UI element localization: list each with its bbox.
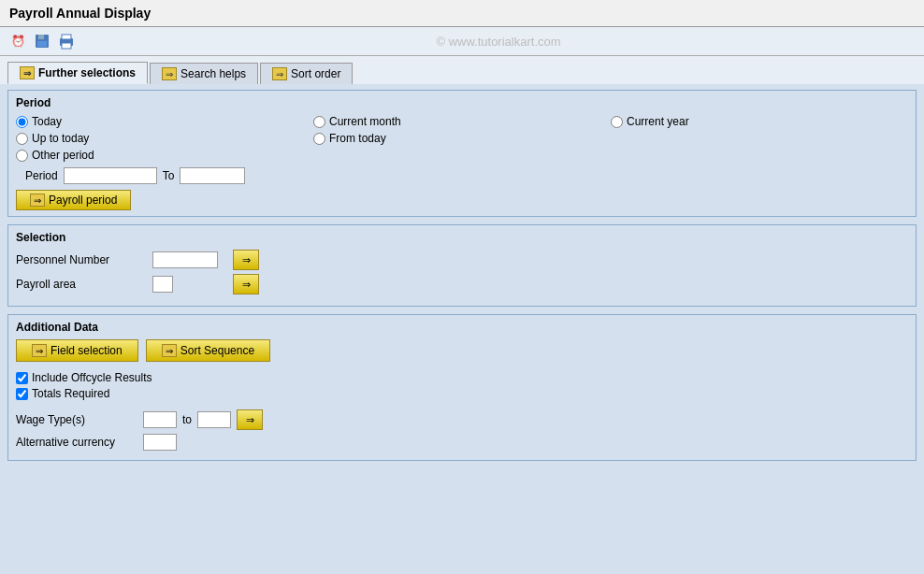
clock-icon[interactable]: ⏰	[7, 31, 28, 51]
radio-today-input[interactable]	[16, 116, 28, 128]
tab-arrow-icon3: ⇒	[272, 67, 287, 80]
selection-section: Selection Personnel Number ⇒ Payroll are…	[7, 224, 917, 307]
radio-today-label: Today	[32, 115, 62, 128]
save-icon[interactable]	[32, 31, 52, 51]
wage-type-from-input[interactable]	[143, 411, 177, 428]
alt-currency-input[interactable]	[143, 434, 177, 451]
additional-data-section: Additional Data ⇒ Field selection ⇒ Sort…	[7, 314, 917, 461]
print-icon[interactable]	[56, 31, 77, 51]
totals-required-row: Totals Required	[16, 387, 908, 400]
wage-type-to-input[interactable]	[197, 411, 231, 428]
svg-rect-5	[62, 43, 71, 49]
period-from-input[interactable]	[64, 167, 157, 184]
include-offcycle-label: Include Offcycle Results	[32, 371, 152, 384]
field-selection-label: Field selection	[51, 344, 123, 357]
radio-current-month-label: Current month	[329, 115, 401, 128]
wage-type-arrow-btn[interactable]: ⇒	[237, 409, 263, 430]
radio-current-month: Current month	[313, 115, 611, 128]
sort-sequence-button[interactable]: ⇒ Sort Sequence	[146, 339, 270, 362]
period-to-input[interactable]	[180, 167, 245, 184]
wage-type-row: Wage Type(s) to ⇒	[16, 409, 908, 430]
svg-rect-4	[62, 35, 71, 39]
radio-up-to-today-input[interactable]	[16, 133, 28, 145]
payroll-period-arrow-icon: ⇒	[30, 194, 45, 207]
selection-section-title: Selection	[16, 231, 908, 244]
radio-from-today-input[interactable]	[313, 133, 325, 145]
radio-other-period-input[interactable]	[16, 150, 28, 162]
totals-required-checkbox[interactable]	[16, 388, 28, 400]
radio-other-period-label: Other period	[32, 149, 94, 162]
personnel-number-label: Personnel Number	[16, 253, 147, 266]
alt-currency-row: Alternative currency	[16, 434, 908, 451]
payroll-area-label: Payroll area	[16, 278, 147, 291]
tab-search-helps[interactable]: ⇒ Search helps	[150, 63, 258, 84]
tabs-bar: ⇒ Further selections ⇒ Search helps ⇒ So…	[0, 56, 924, 84]
radio-current-month-input[interactable]	[313, 116, 325, 128]
svg-rect-1	[38, 35, 44, 39]
radio-current-year: Current year	[611, 115, 908, 128]
personnel-number-input[interactable]	[152, 251, 218, 268]
watermark: © www.tutorialkart.com	[80, 35, 917, 49]
radio-from-today: From today	[313, 132, 611, 145]
period-label: Period	[25, 169, 58, 182]
sort-sequence-label: Sort Sequence	[180, 344, 254, 357]
page-title: Payroll Annual Display	[9, 6, 151, 21]
payroll-period-label: Payroll period	[49, 194, 117, 207]
payroll-area-input[interactable]	[152, 276, 173, 293]
alt-currency-label: Alternative currency	[16, 436, 137, 449]
payroll-area-arrow-btn[interactable]: ⇒	[233, 274, 259, 294]
radio-other-period: Other period	[16, 149, 313, 162]
additional-section-title: Additional Data	[16, 321, 908, 334]
svg-rect-2	[37, 41, 47, 47]
tab-sort-order[interactable]: ⇒ Sort order	[260, 63, 353, 84]
wage-to-label: to	[182, 413, 192, 426]
radio-up-to-today-label: Up to today	[32, 132, 89, 145]
radio-from-today-label: From today	[329, 132, 386, 145]
radio-current-year-input[interactable]	[611, 116, 623, 128]
toolbar: ⏰ © www.tutorialkart.com	[0, 27, 924, 56]
sort-sequence-arrow-icon: ⇒	[162, 344, 177, 357]
wage-type-label: Wage Type(s)	[16, 413, 137, 426]
radio-today: Today	[16, 115, 313, 128]
to-label: To	[163, 169, 175, 182]
tab-further-selections[interactable]: ⇒ Further selections	[7, 62, 148, 84]
title-bar: Payroll Annual Display	[0, 0, 924, 27]
totals-required-label: Totals Required	[32, 387, 109, 400]
personnel-number-arrow-btn[interactable]: ⇒	[233, 250, 259, 270]
field-selection-arrow-icon: ⇒	[32, 344, 47, 357]
payroll-period-button[interactable]: ⇒ Payroll period	[16, 190, 131, 210]
period-section: Period Today Current month Current year …	[7, 90, 917, 217]
radio-up-to-today: Up to today	[16, 132, 313, 145]
radio-current-year-label: Current year	[627, 115, 689, 128]
include-offcycle-row: Include Offcycle Results	[16, 371, 908, 384]
tab-arrow-icon: ⇒	[20, 66, 35, 79]
include-offcycle-checkbox[interactable]	[16, 372, 28, 384]
field-selection-button[interactable]: ⇒ Field selection	[16, 339, 138, 362]
tab-arrow-icon2: ⇒	[162, 67, 177, 80]
period-section-title: Period	[16, 96, 908, 109]
